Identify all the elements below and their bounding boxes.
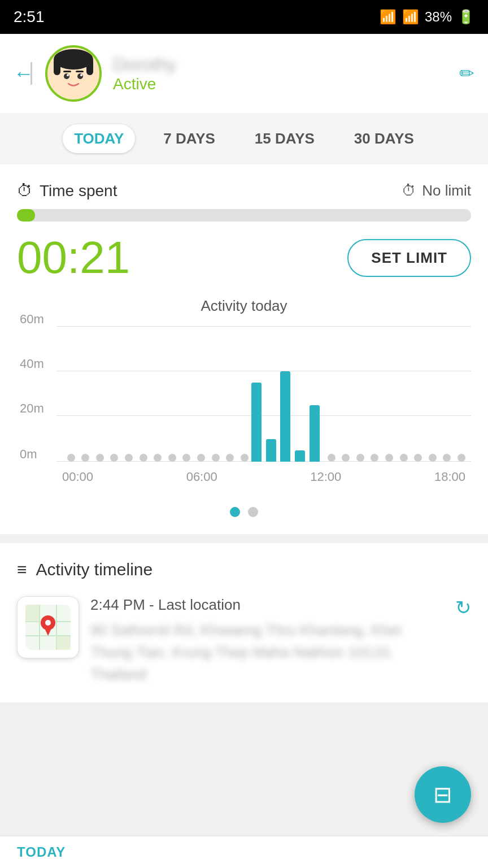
tab-30days[interactable]: 30 DAYS — [343, 124, 425, 153]
timeline-item: 2:44 PM - Last location 90 Sathornit Rd,… — [17, 596, 471, 685]
bar-dot-21 — [371, 454, 378, 462]
chart-title: Activity today — [17, 297, 471, 315]
bar-col-25 — [424, 326, 437, 462]
svg-point-6 — [67, 74, 69, 76]
timeline-content: 2:44 PM - Last location 90 Sathornit Rd,… — [90, 596, 444, 685]
bar-col-9 — [192, 326, 205, 462]
wifi-icon: 📶 — [380, 9, 396, 25]
signal-icon: 📶 — [402, 9, 419, 25]
bar-col-17 — [308, 326, 321, 462]
bar-col-8 — [178, 326, 191, 462]
y-label-60m: 60m — [20, 312, 44, 327]
svg-point-18 — [45, 620, 51, 626]
svg-point-5 — [77, 73, 83, 79]
bar-col-3 — [106, 326, 119, 462]
bar-dot-11 — [226, 454, 234, 462]
bottom-tab-label: TODAY — [17, 844, 66, 860]
bar-col-22 — [380, 326, 393, 462]
time-spent-header: ⏱ Time spent ⏱ No limit — [17, 181, 471, 200]
bar-col-20 — [351, 326, 364, 462]
bars-area — [56, 326, 471, 462]
bar-dot-27 — [457, 454, 465, 462]
tab-15days[interactable]: 15 DAYS — [243, 124, 326, 153]
bar-dot-12 — [241, 454, 249, 462]
bar-rect-14 — [266, 439, 276, 462]
time-display: 00:21 — [17, 235, 130, 280]
bar-rect-17 — [310, 405, 320, 462]
period-tabs: TODAY 7 DAYS 15 DAYS 30 DAYS — [0, 113, 488, 164]
timeline-map-icon — [17, 596, 79, 658]
bar-col-27 — [452, 326, 465, 462]
bar-dot-9 — [197, 454, 205, 462]
dot-2 — [248, 507, 258, 517]
status-bar: 2:51 📶 📶 38% 🔋 — [0, 0, 488, 34]
tab-7days[interactable]: 7 DAYS — [152, 124, 226, 153]
bar-dot-1 — [81, 454, 89, 462]
x-label-0000: 00:00 — [62, 470, 93, 484]
edit-button[interactable]: ✏ — [459, 63, 474, 84]
bar-dot-6 — [154, 454, 162, 462]
svg-rect-3 — [86, 58, 93, 75]
bar-col-0 — [62, 326, 75, 462]
svg-rect-8 — [63, 71, 71, 72]
timeline-section: ≡ Activity timeline 2:44 PM - — [0, 543, 488, 702]
avatar-svg — [48, 48, 99, 99]
bar-col-2 — [91, 326, 104, 462]
refresh-button[interactable]: ↻ — [455, 596, 471, 619]
bar-col-4 — [120, 326, 133, 462]
main-content: ⏱ Time spent ⏱ No limit 00:21 SET LIMIT … — [0, 164, 488, 534]
bar-col-21 — [366, 326, 379, 462]
timeline-line — [30, 62, 32, 85]
bar-rect-15 — [280, 371, 290, 462]
timeline-label: Activity timeline — [36, 560, 153, 579]
avatar — [45, 45, 102, 102]
bar-dot-20 — [356, 454, 364, 462]
chart-container: Activity today 60m 40m 20m 0m — [17, 297, 471, 484]
chart-area: 60m 40m 20m 0m 00:00 06:00 12:00 — [17, 326, 471, 484]
bar-dot-7 — [168, 454, 176, 462]
bar-rect-16 — [295, 450, 305, 462]
time-spent-text: Time spent — [40, 182, 117, 200]
y-label-0m: 0m — [20, 447, 37, 462]
bar-dot-25 — [429, 454, 437, 462]
bar-dot-18 — [328, 454, 336, 462]
bar-col-13 — [250, 326, 263, 462]
svg-rect-2 — [54, 58, 60, 75]
svg-rect-9 — [76, 71, 84, 72]
bar-col-1 — [77, 326, 90, 462]
progress-fill — [17, 209, 35, 222]
bar-col-15 — [279, 326, 292, 462]
x-labels: 00:00 06:00 12:00 18:00 — [56, 470, 471, 484]
svg-point-4 — [64, 73, 69, 79]
svg-point-7 — [80, 74, 82, 76]
bar-dot-24 — [414, 454, 422, 462]
bar-dot-26 — [443, 454, 451, 462]
bar-dot-5 — [140, 454, 147, 462]
progress-bar — [17, 209, 471, 222]
bar-dot-4 — [125, 454, 133, 462]
map-svg — [25, 605, 71, 650]
fab-button[interactable]: ⊟ — [415, 766, 471, 823]
time-row: 00:21 SET LIMIT — [17, 235, 471, 280]
bar-dot-19 — [342, 454, 350, 462]
x-label-0600: 06:00 — [186, 470, 217, 484]
user-name: Dorothy — [113, 54, 448, 75]
bar-dot-23 — [400, 454, 408, 462]
bar-dot-22 — [385, 454, 393, 462]
no-limit-label: ⏱ No limit — [402, 182, 471, 199]
bar-rect-13 — [251, 383, 262, 462]
timeline-header: ≡ Activity timeline — [17, 560, 471, 579]
x-label-1200: 12:00 — [310, 470, 341, 484]
tab-today[interactable]: TODAY — [63, 124, 135, 153]
bar-col-7 — [163, 326, 176, 462]
timeline-time: 2:44 PM - Last location — [90, 596, 444, 614]
bar-col-12 — [236, 326, 249, 462]
bar-col-19 — [337, 326, 350, 462]
set-limit-button[interactable]: SET LIMIT — [347, 239, 471, 277]
bar-dot-2 — [96, 454, 104, 462]
no-limit-text: No limit — [422, 182, 471, 199]
status-right: 📶 📶 38% 🔋 — [380, 9, 474, 25]
bar-dot-8 — [182, 454, 190, 462]
bar-dot-0 — [67, 454, 75, 462]
bar-col-16 — [294, 326, 307, 462]
